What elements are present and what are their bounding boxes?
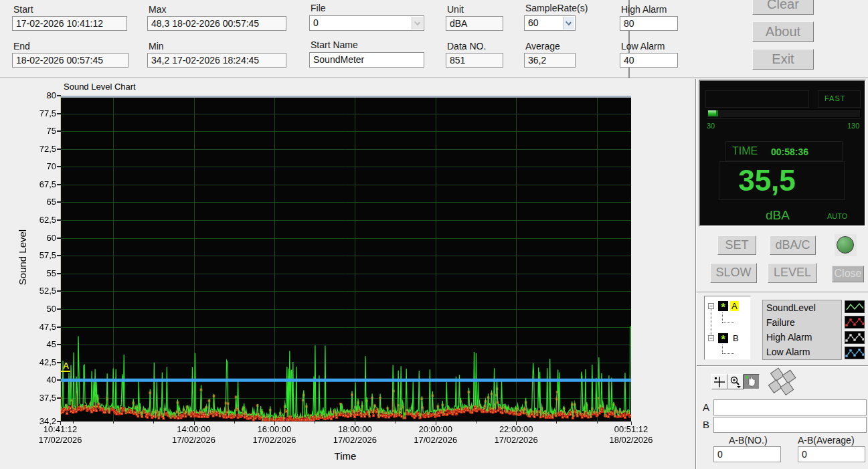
y-tick-label: 40 <box>15 375 56 385</box>
y-tick-mark <box>57 255 61 256</box>
meter-bargraph-fill <box>708 110 718 116</box>
low-alarm-label: Low Alarm <box>621 41 665 52</box>
meter-value: 35,5 <box>717 164 817 197</box>
high-alarm-input[interactable]: 80 <box>620 16 678 31</box>
start-name-label: Start Name <box>311 39 358 50</box>
average-label: Average <box>525 41 560 52</box>
meter-bargraph <box>707 109 861 118</box>
status-led-frame <box>835 234 857 256</box>
sample-rate-value: 60 <box>528 17 539 28</box>
chevron-down-icon[interactable] <box>563 17 574 29</box>
start-name-input[interactable]: SoundMeter <box>309 52 424 68</box>
plot-tree: − * A − * B <box>704 296 751 360</box>
x-minor-tick-mark <box>355 421 355 424</box>
clear-button[interactable]: Clear <box>752 0 814 15</box>
pan-tool-button[interactable] <box>744 374 760 389</box>
legend-item-soundlevel[interactable]: SoundLevel <box>763 300 841 315</box>
y-tick-mark <box>57 238 61 239</box>
data-no-field: 851 <box>446 53 503 68</box>
plot-a-icon[interactable]: * <box>718 301 728 311</box>
cursor-b-field[interactable] <box>713 417 867 433</box>
x-minor-tick-mark <box>194 421 195 424</box>
y-tick-mark <box>57 166 61 167</box>
meter-time-label: TIME <box>732 145 758 157</box>
tree-node-b[interactable]: B <box>731 333 740 343</box>
y-tick-label: 70 <box>15 161 56 171</box>
y-tick-mark <box>57 184 61 185</box>
sound-level-chart-canvas[interactable] <box>60 96 631 421</box>
exit-button[interactable]: Exit <box>752 49 814 70</box>
y-tick-mark <box>57 113 61 114</box>
set-button[interactable]: SET <box>717 236 756 255</box>
chart-right-separator <box>695 79 697 469</box>
legend-top-separator <box>697 292 868 293</box>
meter-range-mode: AUTO <box>827 212 847 220</box>
cursor-move-tool-button[interactable] <box>711 374 727 389</box>
scale-pad-diamond[interactable] <box>780 381 794 395</box>
unit-label: Unit <box>447 4 464 15</box>
y-tick-mark <box>57 130 61 132</box>
status-led <box>837 236 854 254</box>
ab-average-field: 0 <box>798 446 865 462</box>
pan-hand-icon <box>744 375 759 389</box>
x-minor-tick-mark <box>234 421 235 424</box>
y-tick-mark <box>57 362 61 363</box>
slow-button[interactable]: SLOW <box>710 263 757 283</box>
low-alarm-input[interactable]: 40 <box>620 53 678 68</box>
meter-scale-max: 130 <box>847 122 859 130</box>
x-minor-tick-mark <box>274 421 275 424</box>
average-field: 36,2 <box>524 53 576 68</box>
legend-plot-style-icon[interactable] <box>845 316 865 329</box>
max-field: 48,3 18-02-2026 00:57:45 <box>147 16 286 31</box>
meter-time-value: 00:58:36 <box>771 147 808 157</box>
sample-rate-combo[interactable]: 60 <box>524 15 576 31</box>
close-button[interactable]: Close <box>832 266 864 282</box>
x-tick-mark <box>631 421 632 425</box>
dba-c-button[interactable]: dBA/C <box>770 236 816 255</box>
y-tick-label: 72,5 <box>15 144 56 154</box>
y-tick-label: 45 <box>15 339 56 349</box>
x-minor-tick-mark <box>73 421 74 424</box>
unit-field: dBA <box>446 16 503 31</box>
tree-collapse-a[interactable]: − <box>708 303 714 309</box>
y-tick-mark <box>57 219 61 221</box>
legend-item-failure[interactable]: Failure <box>763 315 841 330</box>
file-combo[interactable]: 0 <box>309 15 424 31</box>
toolbar-separator <box>0 78 868 79</box>
ab-average-label: A-B(Average) <box>798 435 855 446</box>
y-axis-label: Sound Level <box>17 191 28 324</box>
crosshair-icon <box>712 375 727 389</box>
y-tick-mark <box>57 397 61 399</box>
max-label: Max <box>149 4 166 15</box>
y-tick-label: 80 <box>15 90 56 100</box>
tree-branch <box>722 322 734 323</box>
graph-scale-pad[interactable] <box>768 367 798 397</box>
y-tick-mark <box>57 290 61 292</box>
x-tick-label: 16:00:0017/02/2026 <box>242 424 307 446</box>
zoom-tool-button[interactable] <box>727 374 744 389</box>
end-field: 18-02-2026 00:57:45 <box>12 53 128 68</box>
chart-cursor-a[interactable]: A <box>63 361 69 371</box>
about-button[interactable]: About <box>752 21 814 42</box>
x-minor-tick-mark <box>436 421 436 424</box>
x-minor-tick-mark <box>396 421 396 424</box>
level-button[interactable]: LEVEL <box>768 263 817 283</box>
start-label: Start <box>13 4 33 15</box>
tree-branch <box>722 345 723 353</box>
end-label: End <box>13 41 30 52</box>
legend-plot-style-icon[interactable] <box>845 300 865 313</box>
legend-plot-style-icon[interactable] <box>845 331 865 344</box>
plot-b-icon[interactable]: * <box>718 333 728 343</box>
tree-node-a[interactable]: A <box>730 301 739 311</box>
meter-unit: dBA <box>766 208 790 223</box>
scale-pad-diamond[interactable] <box>782 370 796 384</box>
legend-item-low-alarm[interactable]: Low Alarm <box>763 345 841 359</box>
y-tick-label: 42,5 <box>15 357 56 367</box>
legend-item-high-alarm[interactable]: High Alarm <box>763 330 841 345</box>
tree-collapse-b[interactable]: − <box>708 335 714 341</box>
chevron-down-icon[interactable] <box>412 17 423 29</box>
cursor-a-field[interactable] <box>713 399 867 415</box>
y-tick-label: 77,5 <box>15 108 56 118</box>
legend-plot-style-icon[interactable] <box>845 347 865 359</box>
y-tick-label: 67,5 <box>15 179 56 189</box>
